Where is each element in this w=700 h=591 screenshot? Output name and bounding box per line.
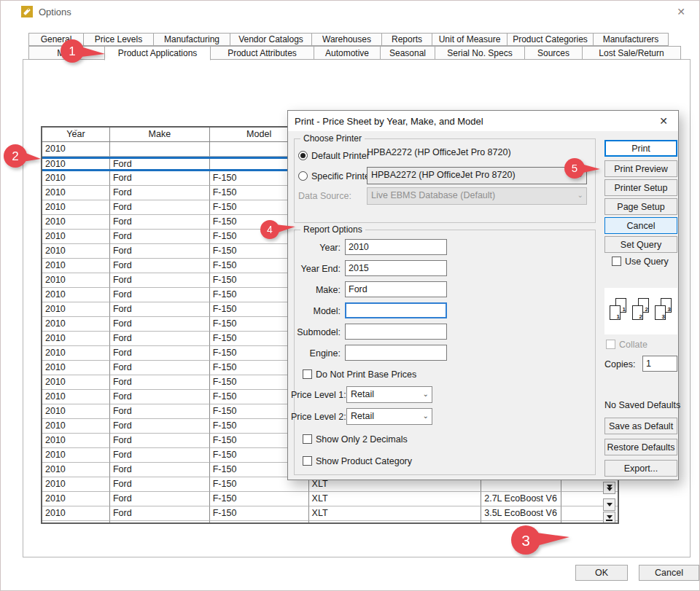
checkbox-box [612,257,621,266]
tab-lost-sale-return[interactable]: Lost Sale/Return [582,46,681,60]
show-decimals-checkbox[interactable]: Show Only 2 Decimals [303,434,408,445]
cell-make: Ford [110,259,210,273]
field-label: Year End: [289,264,341,274]
window-close-icon[interactable]: ✕ [672,4,691,19]
collate-pages-icon: 11 [609,297,628,326]
price-level-1-combo[interactable]: Retail⌄ [346,386,432,403]
table-row[interactable]: 2010FordF-150XLT3.5L EcoBoost V6 [42,506,618,521]
do-not-print-label: Do Not Print Base Prices [316,369,416,380]
cell-make: Ford [110,346,210,361]
tab-unit-of-measure[interactable]: Unit of Measure [432,33,508,46]
tab-product-attributes[interactable]: Product Attributes [210,46,314,60]
save-as-default-button[interactable]: Save as Default [604,418,677,434]
cell-make [110,521,210,524]
tab-mfg[interactable]: MFG [28,46,105,60]
cell-make: Ford [110,463,210,477]
checkbox-box [303,456,312,466]
cell-year: 2010 [42,506,110,521]
down-icon[interactable] [603,498,615,511]
collate-checkbox: Collate [606,340,648,350]
print-button[interactable]: Print [604,140,677,157]
table-row[interactable]: 2010FordF-150XLT2.7L EcoBoost V6 [42,492,618,506]
field-label: Submodel: [289,327,341,337]
cancel-button[interactable]: Cancel [604,217,677,234]
tab-vendor-catalogs[interactable]: Vendor Catalogs [230,33,312,46]
cell-year: 2010 [42,186,110,200]
copies-input[interactable]: 1 [642,356,677,372]
show-category-checkbox[interactable]: Show Product Category [303,456,412,466]
tab-product-categories[interactable]: Product Categories [507,33,594,46]
price-level-1-label: Price Level 1: [291,390,343,400]
cell-year: 2010 [42,200,110,215]
print-dialog-close-icon[interactable]: ✕ [655,114,672,128]
chevron-down-icon: ⌄ [578,192,583,199]
cell-model: F-150 [210,506,309,521]
cell-year: 2010 [42,477,110,492]
tab-manufacturing[interactable]: Manufacturing [153,33,230,46]
cell-engine [481,521,561,524]
cell-year: 2010 [42,346,110,361]
cell-year: 2010 [42,302,110,317]
cancel-button[interactable]: Cancel [639,565,699,581]
specific-printer-radio-label: Specific Printer [311,171,373,181]
double-down-icon[interactable] [603,482,615,494]
header-make[interactable]: Make [110,128,210,142]
cell-make: Ford [110,302,210,317]
page-setup-button[interactable]: Page Setup [604,198,677,215]
price-level-2-combo[interactable]: Retail⌄ [346,408,432,425]
field-input-year[interactable]: 2010 [345,239,447,255]
field-input-submodel[interactable] [345,324,447,340]
cell-submodel: XLT [309,506,482,521]
tab-reports[interactable]: Reports [381,33,432,46]
chevron-down-icon: ⌄ [423,390,429,397]
field-input-make[interactable]: Ford [345,281,447,297]
down-to-end-icon[interactable] [603,512,615,524]
cell-make: Ford [110,492,210,506]
tab-product-applications[interactable]: Product Applications [104,46,211,60]
tab-automotive[interactable]: Automotive [314,46,381,60]
tab-manufacturers[interactable]: Manufacturers [593,33,669,46]
field-input-yearend[interactable]: 2015 [345,260,447,276]
print-preview-button[interactable]: Print Preview [604,160,677,177]
specific-printer-radio[interactable] [298,171,308,181]
cell-make: Ford [110,159,210,169]
cell-year: 2010 [42,159,110,169]
tab-warehouses[interactable]: Warehouses [311,33,382,46]
field-label: Engine: [289,348,341,359]
window-title: Options [39,7,71,17]
tab-general[interactable]: General [28,33,84,46]
cell-make: Ford [110,186,210,200]
field-input-model[interactable] [345,302,447,318]
field-input-engine[interactable] [345,345,447,361]
header-year[interactable]: ⌄ Year [42,128,110,142]
tab-serial-no-specs[interactable]: Serial No. Specs [435,46,525,60]
show-decimals-label: Show Only 2 Decimals [316,434,408,445]
default-printer-radio[interactable] [298,151,308,160]
table-row[interactable] [42,521,618,524]
ok-button[interactable]: OK [575,565,628,581]
restore-defaults-button[interactable]: Restore Defaults [604,439,677,455]
tab-strip-row2: MFGProduct ApplicationsProduct Attribute… [28,46,681,60]
field-label: Year: [289,243,341,253]
sort-caret-icon: ⌄ [73,128,79,133]
do-not-print-checkbox[interactable]: Do Not Print Base Prices [303,369,416,380]
cell-make: Ford [110,448,210,463]
svg-text:2: 2 [12,149,18,163]
use-query-checkbox[interactable]: Use Query [612,257,669,267]
cell-make [110,142,210,157]
cell-make: Ford [110,273,210,288]
cell-year: 2010 [42,244,110,259]
export--button[interactable]: Export... [604,460,677,477]
collate-pages-icon: 33 [654,297,673,326]
tab-sources[interactable]: Sources [524,46,583,60]
collate-icons-box: 112233 [604,288,677,334]
cell-year: 2010 [42,404,110,419]
set-query-button[interactable]: Set Query [604,236,677,253]
cell-make: Ford [110,361,210,375]
tab-price-levels[interactable]: Price Levels [83,33,154,46]
printer-setup-button[interactable]: Printer Setup [604,179,677,196]
tab-seasonal[interactable]: Seasonal [380,46,435,60]
cell-make: Ford [110,506,210,521]
defaults-status: No Saved Defaults [604,400,680,410]
specific-printer-combo[interactable]: HPBA2272 (HP OfficeJet Pro 8720)⌄ [367,167,587,184]
